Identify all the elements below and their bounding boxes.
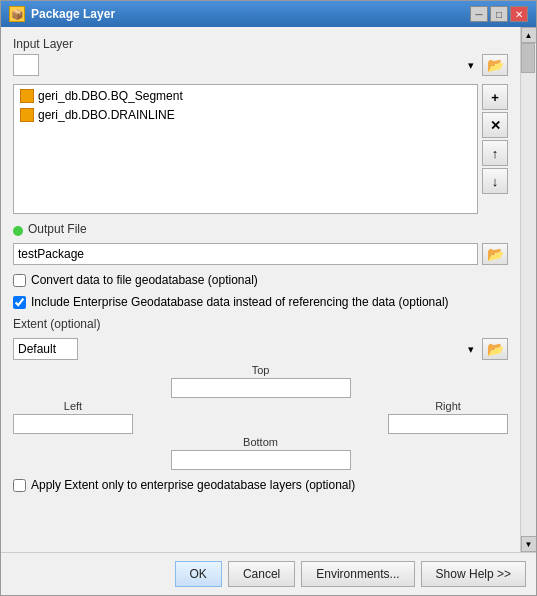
output-file-section: Output File 📂 bbox=[13, 222, 508, 265]
environments-button[interactable]: Environments... bbox=[301, 561, 414, 587]
top-label: Top bbox=[252, 364, 270, 376]
layer-icon bbox=[20, 89, 34, 103]
main-panel: Input Layer 📂 geri_db.DB bbox=[1, 27, 520, 552]
window-title: Package Layer bbox=[31, 7, 115, 21]
extent-label: Extent (optional) bbox=[13, 317, 508, 331]
output-file-label: Output File bbox=[28, 222, 87, 236]
scroll-thumb[interactable] bbox=[521, 43, 535, 73]
right-label: Right bbox=[435, 400, 461, 412]
include-checkbox[interactable] bbox=[13, 296, 26, 309]
extent-folder-btn[interactable]: 📂 bbox=[482, 338, 508, 360]
bottom-bar: OK Cancel Environments... Show Help >> bbox=[1, 552, 536, 595]
right-input[interactable] bbox=[388, 414, 508, 434]
scroll-down-arrow[interactable]: ▼ bbox=[521, 536, 537, 552]
minimize-button[interactable]: ─ bbox=[470, 6, 488, 22]
show-help-button[interactable]: Show Help >> bbox=[421, 561, 526, 587]
package-layer-window: 📦 Package Layer ─ □ ✕ Input Layer 📂 bbox=[0, 0, 537, 596]
list-area: geri_db.DBO.BQ_Segment geri_db.DBO.DRAIN… bbox=[13, 84, 478, 214]
move-up-button[interactable]: ↑ bbox=[482, 140, 508, 166]
add-button[interactable]: + bbox=[482, 84, 508, 110]
extent-section: Extent (optional) Default 📂 Top bbox=[13, 317, 508, 470]
output-file-folder-btn[interactable]: 📂 bbox=[482, 243, 508, 265]
bottom-label: Bottom bbox=[243, 436, 278, 448]
output-label-row: Output File bbox=[13, 222, 508, 239]
convert-checkbox-label: Convert data to file geodatabase (option… bbox=[31, 273, 258, 287]
apply-extent-label: Apply Extent only to enterprise geodatab… bbox=[31, 478, 355, 492]
ok-button[interactable]: OK bbox=[175, 561, 222, 587]
list-item[interactable]: geri_db.DBO.DRAINLINE bbox=[16, 106, 475, 124]
left-label: Left bbox=[64, 400, 82, 412]
extent-select-wrapper: Default bbox=[13, 338, 478, 360]
move-down-button[interactable]: ↓ bbox=[482, 168, 508, 194]
left-input[interactable] bbox=[13, 414, 133, 434]
extent-bottom-label-row: Bottom bbox=[13, 436, 508, 448]
remove-button[interactable]: ✕ bbox=[482, 112, 508, 138]
extent-middle-row: Left Right bbox=[13, 400, 508, 434]
include-checkbox-row: Include Enterprise Geodatabase data inst… bbox=[13, 295, 508, 309]
layer-icon bbox=[20, 108, 34, 122]
content-area: Input Layer 📂 geri_db.DB bbox=[1, 27, 536, 552]
close-button[interactable]: ✕ bbox=[510, 6, 528, 22]
convert-checkbox-row: Convert data to file geodatabase (option… bbox=[13, 273, 508, 287]
extent-select[interactable]: Default bbox=[13, 338, 78, 360]
list-item-label: geri_db.DBO.DRAINLINE bbox=[38, 108, 175, 122]
extent-top-input-row bbox=[13, 378, 508, 398]
input-layer-label: Input Layer bbox=[13, 37, 508, 51]
layers-listbox: geri_db.DBO.BQ_Segment geri_db.DBO.DRAIN… bbox=[13, 84, 478, 214]
top-input[interactable] bbox=[171, 378, 351, 398]
extent-bottom-input-row bbox=[13, 450, 508, 470]
list-side-buttons: + ✕ ↑ ↓ bbox=[482, 84, 508, 214]
window-icon: 📦 bbox=[9, 6, 25, 22]
input-layer-row: 📂 bbox=[13, 54, 508, 76]
scroll-up-arrow[interactable]: ▲ bbox=[521, 27, 537, 43]
apply-extent-checkbox[interactable] bbox=[13, 479, 26, 492]
convert-checkbox[interactable] bbox=[13, 274, 26, 287]
apply-extent-row: Apply Extent only to enterprise geodatab… bbox=[13, 478, 508, 492]
extent-top-row: Top bbox=[13, 364, 508, 376]
include-checkbox-label: Include Enterprise Geodatabase data inst… bbox=[31, 295, 449, 309]
list-item-label: geri_db.DBO.BQ_Segment bbox=[38, 89, 183, 103]
scroll-track bbox=[521, 43, 536, 536]
output-file-input[interactable] bbox=[13, 243, 478, 265]
cancel-button[interactable]: Cancel bbox=[228, 561, 295, 587]
status-dot bbox=[13, 226, 23, 236]
input-layer-folder-btn[interactable]: 📂 bbox=[482, 54, 508, 76]
maximize-button[interactable]: □ bbox=[490, 6, 508, 22]
input-select-wrapper bbox=[13, 54, 478, 76]
extent-select-row: Default 📂 bbox=[13, 338, 508, 360]
title-bar: 📦 Package Layer ─ □ ✕ bbox=[1, 1, 536, 27]
scrollbar: ▲ ▼ bbox=[520, 27, 536, 552]
output-file-row: 📂 bbox=[13, 243, 508, 265]
list-item[interactable]: geri_db.DBO.BQ_Segment bbox=[16, 87, 475, 105]
title-bar-left: 📦 Package Layer bbox=[9, 6, 115, 22]
extent-grid: Top Left Right bbox=[13, 364, 508, 470]
input-layer-select[interactable] bbox=[13, 54, 39, 76]
input-layer-section: Input Layer 📂 bbox=[13, 37, 508, 76]
list-section: geri_db.DBO.BQ_Segment geri_db.DBO.DRAIN… bbox=[13, 84, 508, 214]
bottom-input[interactable] bbox=[171, 450, 351, 470]
title-controls: ─ □ ✕ bbox=[470, 6, 528, 22]
